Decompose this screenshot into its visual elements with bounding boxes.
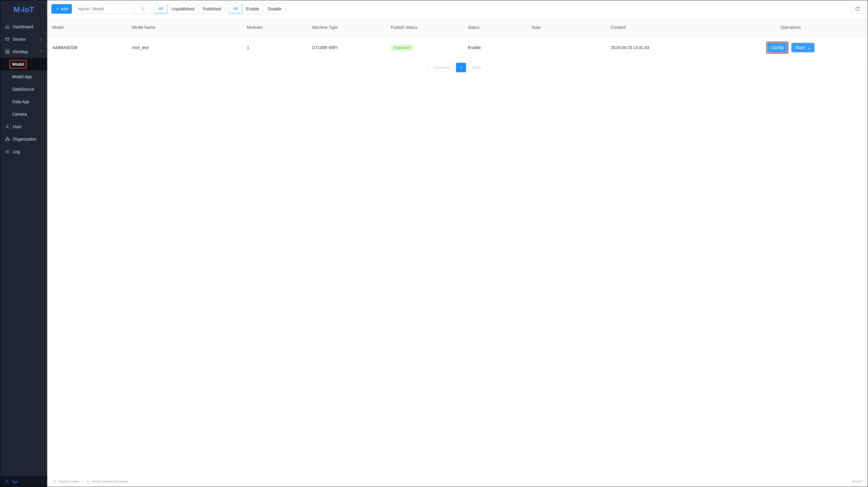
cell-publish-status: Published	[386, 37, 463, 58]
sidebar-item-label: Data App	[12, 99, 29, 104]
sidebar-item-label: Develop	[13, 49, 28, 54]
sidebar-item-model[interactable]: Model	[0, 58, 47, 70]
refresh-button[interactable]	[852, 4, 864, 14]
svg-point-16	[6, 480, 7, 481]
svg-rect-5	[8, 52, 9, 54]
status-filter-disable[interactable]: Disable	[264, 4, 286, 14]
svg-point-14	[6, 151, 6, 152]
list-icon	[5, 149, 10, 154]
more-button[interactable]: More ⌄	[792, 43, 814, 52]
sidebar-footer[interactable]: Ypc ›	[0, 476, 47, 487]
svg-rect-2	[6, 50, 7, 52]
pagination: ‹ Previous 1 Next ›	[47, 58, 868, 72]
th-modules: Modules	[242, 18, 307, 37]
sidebar: M-IoT Dashboard Device ⌄ Develop	[0, 0, 47, 487]
publish-filter-unpublished[interactable]: Unpublished	[167, 4, 199, 14]
publish-filter-all[interactable]: All	[154, 4, 167, 13]
previous-button[interactable]: ‹ Previous	[428, 63, 454, 72]
toolbar: ＋ Add All Unpublished Published All Enab…	[47, 0, 868, 18]
account-label: Kinco Demo Account	[92, 479, 128, 484]
sidebar-item-user[interactable]: User	[0, 120, 47, 133]
cell-machine-type: GT100E-WIFI	[307, 37, 386, 58]
search-icon	[140, 6, 145, 11]
brand-logo: M-IoT	[0, 0, 47, 19]
sidebar-item-organization[interactable]: Organization	[0, 133, 47, 145]
previous-label: Previous	[434, 65, 450, 70]
sidebar-item-device[interactable]: Device ⌄	[0, 33, 47, 46]
sidebar-item-datasource[interactable]: DataSource	[0, 83, 47, 95]
next-button[interactable]: Next ›	[468, 63, 487, 72]
publish-filter-published[interactable]: Published	[199, 4, 225, 14]
add-button[interactable]: ＋ Add	[52, 4, 72, 14]
status-filter-all[interactable]: All	[229, 4, 242, 13]
svg-point-13	[6, 150, 6, 150]
chevron-right-icon: ›	[42, 479, 43, 483]
th-status: Status	[463, 18, 527, 37]
svg-rect-3	[8, 50, 9, 52]
refresh-icon	[855, 6, 860, 11]
sidebar-item-dashboard[interactable]: Dashboard	[0, 21, 47, 33]
search-group	[75, 4, 151, 14]
sidebar-item-camera[interactable]: Camera	[0, 108, 47, 120]
sidebar-item-label: Device	[13, 37, 26, 41]
grid-icon	[5, 49, 10, 54]
switch-user-link[interactable]: Switch User	[53, 479, 79, 484]
sidebar-item-label: Log	[13, 149, 20, 154]
sidebar-item-label: Camera	[12, 112, 27, 117]
chevron-down-icon: ⌄	[39, 37, 42, 41]
search-button[interactable]	[134, 4, 151, 14]
table-header-row: Model Model Name Modules Machine Type Pu…	[47, 18, 868, 37]
footer: Switch User | Kinco Demo Account M-IoT	[47, 476, 868, 487]
svg-rect-8	[5, 140, 6, 141]
table-container: Model Model Name Modules Machine Type Pu…	[47, 18, 868, 72]
sidebar-item-model-app[interactable]: Model App	[0, 70, 47, 83]
svg-point-15	[6, 152, 6, 153]
main-content: ＋ Add All Unpublished Published All Enab…	[47, 0, 868, 487]
config-highlight: Config	[766, 41, 788, 54]
svg-point-17	[141, 7, 144, 10]
cell-operations: Config More ⌄	[714, 37, 868, 58]
footer-brand: M-IoT	[852, 479, 862, 484]
model-table: Model Model Name Modules Machine Type Pu…	[47, 18, 868, 58]
chevron-right-icon: ›	[483, 65, 484, 69]
current-user-label: Ypc	[11, 479, 18, 484]
divider: |	[82, 479, 83, 484]
svg-rect-0	[6, 38, 9, 40]
th-publish-status: Publish Status	[386, 18, 463, 37]
status-filter-enable[interactable]: Enable	[242, 4, 264, 14]
search-input[interactable]	[75, 4, 134, 14]
switch-user-label: Switch User	[59, 479, 79, 484]
sidebar-item-label: Organization	[13, 137, 36, 142]
sidebar-nav: Dashboard Device ⌄ Develop ⌃ Model	[0, 19, 47, 476]
sidebar-item-label: User	[13, 124, 22, 129]
device-icon	[5, 37, 10, 41]
svg-line-18	[144, 10, 144, 11]
next-label: Next	[472, 65, 480, 70]
th-created: Created	[606, 18, 714, 37]
cell-status: Enable	[463, 37, 527, 58]
cell-model-name: miot_test	[127, 37, 242, 58]
svg-rect-7	[7, 137, 8, 138]
svg-rect-4	[6, 52, 7, 54]
sidebar-item-develop[interactable]: Develop ⌃	[0, 46, 47, 58]
more-button-label: More	[795, 45, 805, 50]
org-icon	[5, 137, 10, 142]
cell-note	[527, 37, 606, 58]
page-1-button[interactable]: 1	[456, 63, 466, 72]
sidebar-item-data-app[interactable]: Data App	[0, 95, 47, 108]
sidebar-item-label: Model	[9, 60, 27, 69]
home-icon	[5, 24, 10, 29]
th-machine-type: Machine Type	[307, 18, 386, 37]
sidebar-item-log[interactable]: Log	[0, 145, 47, 158]
th-model-name: Model Name	[127, 18, 242, 37]
svg-point-6	[6, 125, 8, 127]
sidebar-item-label: DataSource	[12, 87, 34, 92]
sidebar-develop-submenu: Model Model App DataSource Data App Came…	[0, 58, 47, 120]
publish-filter: All Unpublished Published	[154, 4, 226, 14]
th-model: Model	[47, 18, 127, 37]
user-icon	[4, 479, 9, 484]
cell-model: AABBAdi2DB	[47, 37, 127, 58]
table-row: AABBAdi2DB miot_test 1 GT100E-WIFI Publi…	[47, 37, 868, 58]
status-filter: All Enable Disable	[229, 4, 286, 14]
config-button[interactable]: Config	[768, 43, 787, 52]
